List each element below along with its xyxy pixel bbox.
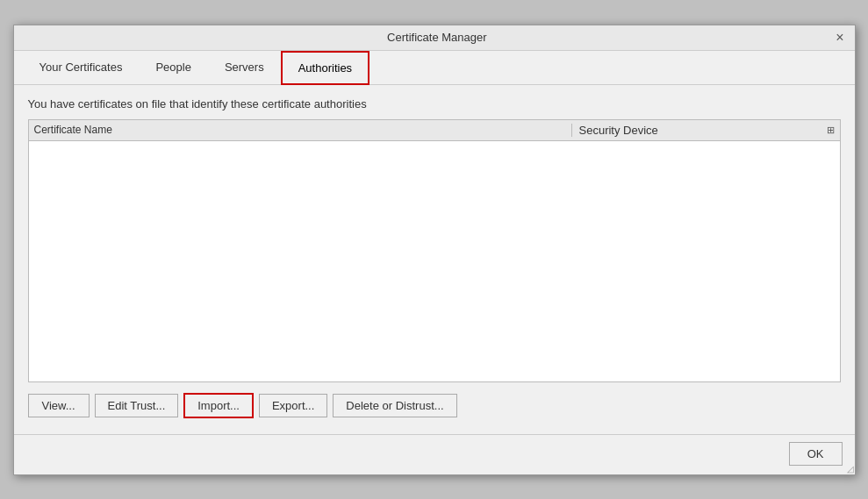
description-text: You have certificates on file that ident…	[28, 97, 841, 110]
title-bar: Certificate Manager ×	[14, 25, 855, 51]
certificates-table: Certificate Name Security Device ⊞	[28, 119, 841, 382]
ok-button[interactable]: OK	[789, 442, 843, 466]
content-area: You have certificates on file that ident…	[14, 85, 855, 434]
footer: OK	[14, 434, 855, 474]
close-button[interactable]: ×	[834, 31, 845, 45]
view-button[interactable]: View...	[28, 394, 90, 417]
action-buttons: View... Edit Trust... Import... Export..…	[28, 382, 841, 422]
delete-or-distrust-button[interactable]: Delete or Distrust...	[333, 394, 456, 417]
tabs-bar: Your Certificates People Servers Authori…	[14, 51, 855, 85]
col-security-device-header: Security Device ⊞	[571, 124, 835, 137]
table-body	[29, 141, 840, 381]
col-cert-name-header: Certificate Name	[34, 124, 571, 137]
tab-your-certificates[interactable]: Your Certificates	[23, 51, 140, 85]
tab-authorities[interactable]: Authorities	[281, 51, 369, 85]
resize-handle[interactable]: ◿	[847, 464, 854, 474]
certificate-manager-dialog: Certificate Manager × Your Certificates …	[13, 25, 856, 475]
export-button[interactable]: Export...	[259, 394, 327, 417]
import-button[interactable]: Import...	[183, 393, 254, 418]
edit-trust-button[interactable]: Edit Trust...	[95, 394, 179, 417]
table-header: Certificate Name Security Device ⊞	[29, 120, 840, 141]
dialog-title: Certificate Manager	[40, 31, 835, 44]
column-options-icon[interactable]: ⊞	[827, 125, 835, 136]
tab-people[interactable]: People	[139, 51, 207, 85]
tab-servers[interactable]: Servers	[208, 51, 281, 85]
